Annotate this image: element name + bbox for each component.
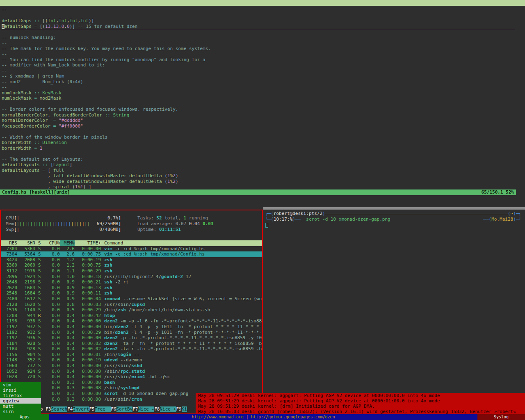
typed-command[interactable]: scrot -d 10 xmonad-dzen-gap.png xyxy=(304,217,390,222)
menu-item-firefox[interactable]: firefox xyxy=(0,393,41,398)
process-row[interactable]: 1184928S0.00.40:00.02dzen2 -ta r -fn -*-… xyxy=(1,346,262,352)
process-row[interactable]: 1192932S0.00.40:00.00bin/dzen2 -l 4 -p -… xyxy=(1,324,262,330)
cell-cpu: 0.0 xyxy=(43,251,60,257)
menu-item-gqview[interactable]: gqview xyxy=(0,398,41,404)
cell-command: ssh -2 rt xyxy=(101,279,262,285)
process-row[interactable]: 28961924S0.01.00:00.18/usr/lib/libgconf2… xyxy=(1,274,262,280)
terminal-window[interactable]: ┌─(robert@deski:pts/2)(~)─┐ └─(10:17:%)─… xyxy=(263,207,525,414)
process-row[interactable]: 1156904S0.00.40:00.01/bin/login -- xyxy=(1,352,262,358)
fnlabel-f4[interactable]: Invert xyxy=(73,406,89,412)
process-row[interactable]: 26482196S0.00.90:00.21ssh -2 rt xyxy=(1,279,262,285)
terminal-cursor[interactable] xyxy=(265,223,268,228)
vim-code-segment: [ xyxy=(45,168,53,173)
process-row[interactable]: 1028720S0.00.40:00.00/usr/sbin/exim4 -bd… xyxy=(1,374,262,380)
process-row[interactable]: 1196936S0.00.40:00.00dzen2 -m -p -l 6 -f… xyxy=(1,318,262,324)
cell-shr: 932 xyxy=(17,324,35,330)
cell-cpu: 0.0 xyxy=(43,318,60,324)
cell-state: S xyxy=(35,357,43,363)
column-header-command[interactable]: Command xyxy=(101,240,262,246)
vim-code-segment: ( xyxy=(162,173,167,178)
cell-cpu: 0.0 xyxy=(43,268,60,274)
menu-item-slrn[interactable]: slrn xyxy=(0,409,41,414)
column-header-res[interactable]: RES xyxy=(1,240,17,246)
cell-shr: 2060 xyxy=(17,262,35,268)
process-row[interactable]: 1192932S0.00.40:00.29bin/dzen2 -l 4 -p -… xyxy=(1,330,262,336)
column-header-cpu[interactable]: CPU% xyxy=(43,240,60,246)
fnkey-f3[interactable]: F3 xyxy=(46,406,51,412)
vim-code-line: -- The default set of Layouts: xyxy=(2,157,525,162)
process-row[interactable]: 1148352S0.00.40:00.19udevd --daemon xyxy=(1,357,262,363)
menu-item-irssi[interactable]: irssi xyxy=(0,388,41,393)
command-args: 12 xyxy=(183,274,191,279)
cell-mem: 0.4 xyxy=(60,346,75,352)
column-header-shr[interactable]: SHR xyxy=(17,240,35,246)
process-row[interactable]: 15161140S0.00.50:00.29/bin/zsh /home/rob… xyxy=(1,307,262,313)
cell-command: zsh xyxy=(101,268,262,274)
command-args: -bd -q5m xyxy=(145,374,169,379)
fnkey-f6[interactable]: F6 xyxy=(111,406,116,412)
stat-segment: Tasks: xyxy=(137,215,156,221)
process-row[interactable]: 1192936S0.00.40:00.00dzen2 -p -fn -*-pro… xyxy=(1,335,262,341)
process-row[interactable]: 1208944R0.00.40:00.42htop xyxy=(1,313,262,319)
process-row[interactable]: 33602060S0.01.20:00.75zsh xyxy=(1,262,262,268)
fnlabel-f3[interactable]: Search xyxy=(51,406,68,412)
command-path: /usr/lib/libgconf2-4/ xyxy=(104,274,161,279)
process-row[interactable]: 1060732S0.00.40:00.00/usr/sbin/sshd xyxy=(1,363,262,369)
command-name: vim xyxy=(104,251,112,257)
cell-res: 1028 xyxy=(1,374,17,380)
vim-code-segment: 1 xyxy=(40,146,43,151)
fnkey-f5[interactable]: F5 xyxy=(89,406,94,412)
process-row[interactable]: 21281620S0.00.80:00.03/usr/sbin/cupsd xyxy=(1,302,262,308)
fnkey-f4[interactable]: F4 xyxy=(67,406,73,412)
cell-cpu: 0.0 xyxy=(43,346,60,352)
apps-menu-button[interactable]: Apps xyxy=(0,414,49,420)
process-row[interactable]: 24801612S0.00.90:00.04xmonad --resume St… xyxy=(1,296,262,302)
process-row[interactable]: 1184928S0.00.40:00.02dzen2 -ta r -fn -*-… xyxy=(1,341,262,347)
cell-time: 0:00.42 xyxy=(75,313,101,319)
process-row[interactable]: 73045364S0.02.60:00.00vim -c :cd %:p:h t… xyxy=(1,246,262,252)
syslog-overlay: May 28 09:51:29 deski kernel: agpgart: P… xyxy=(196,393,525,414)
cell-res: 2548 xyxy=(1,290,17,296)
cpu-meter-value: 0.7% xyxy=(107,215,119,221)
cell-res: 1192 xyxy=(1,330,17,336)
fnkey-f7[interactable]: F7 xyxy=(132,406,138,412)
command-args: -c :cd %:p:h tmp/xmonad/Config.hs xyxy=(112,246,205,251)
fnlabel-f5[interactable]: Tree xyxy=(95,406,111,412)
cell-time: 0:00.00 xyxy=(75,246,101,252)
menu-item-mutt[interactable]: mutt xyxy=(0,404,41,409)
column-header-s[interactable]: S xyxy=(35,240,43,246)
vim-code-segment: , xyxy=(67,18,70,23)
process-row[interactable]: 31121976S0.01.10:00.29zsh xyxy=(1,268,262,274)
vim-code-line xyxy=(2,101,525,107)
stat-segment: 01:11:51 xyxy=(159,227,181,232)
fnkey-f8[interactable]: F8 xyxy=(154,406,160,412)
stat-segment: Load average: xyxy=(137,221,176,226)
process-row[interactable]: 34242008S0.01.20:00.19zsh xyxy=(1,257,262,263)
column-header-time[interactable]: TIME+ xyxy=(75,240,101,246)
menu-item-vim[interactable]: vim xyxy=(0,382,41,388)
process-row[interactable]: 73045364S0.02.60:00.75vim -c :cd %:p:h t… xyxy=(1,251,262,257)
syslog-menu-button[interactable]: Syslog xyxy=(477,414,525,420)
process-row[interactable]: 26201684S0.00.90:00.13zsh xyxy=(1,285,262,291)
fnlabel-f9[interactable]: Ki xyxy=(182,406,187,412)
command-name: gconfd-2 xyxy=(161,274,183,279)
command-path: bin/ xyxy=(104,330,115,335)
htop-stat-line: Load average: 0.07 0.04 0.03 xyxy=(137,221,213,227)
process-row[interactable]: 25481684S0.00.90:00.11zsh xyxy=(1,290,262,296)
column-header-mem[interactable]: MEM% xyxy=(60,240,75,246)
fnkey-f9[interactable]: F9 xyxy=(176,406,181,412)
prompt-time: 10:17: xyxy=(274,217,290,222)
cell-command: dzen2 -ta r -fn -*-profont-*-*-*-*-11-*-… xyxy=(101,341,262,347)
fnlabel-f7[interactable]: Nice - xyxy=(138,406,155,412)
vim-code-segment: KeyMask xyxy=(42,90,61,96)
stat-segment: 52 xyxy=(156,215,162,221)
fnlabel-f8[interactable]: Nice + xyxy=(160,406,176,412)
command-name: zsh xyxy=(104,268,112,274)
vim-buffer[interactable]: --defaultGaps :: [(Int,Int,Int,Int)]defa… xyxy=(2,7,525,190)
vim-window[interactable]: --defaultGaps :: [(Int,Int,Int,Int)]defa… xyxy=(0,6,525,209)
vim-code-segment: :: xyxy=(34,140,39,145)
cell-time: 0:00.29 xyxy=(75,330,101,336)
fnlabel-f6[interactable]: SortBy xyxy=(116,406,133,412)
vim-code-segment: [( xyxy=(40,18,48,23)
process-row[interactable]: 1052924S0.00.40:00.00/sbin/rpc.statd xyxy=(1,369,262,374)
